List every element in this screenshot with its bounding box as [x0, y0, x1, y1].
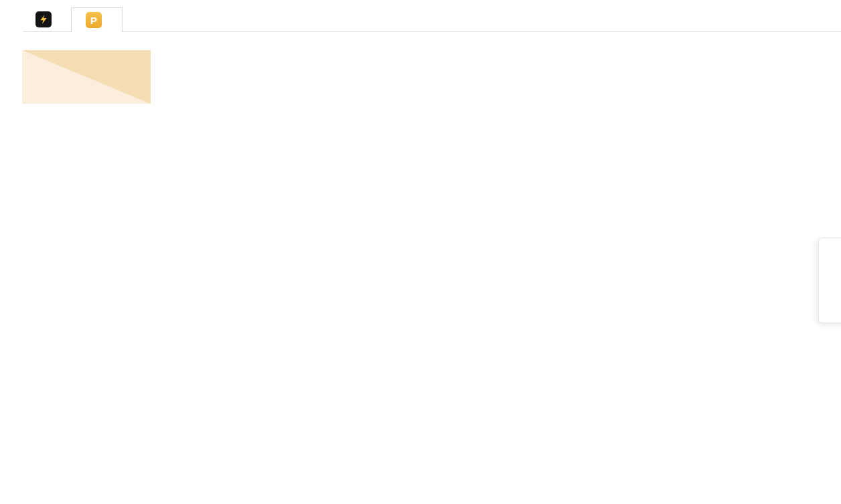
context-menu [818, 238, 841, 323]
platinum-member-p-icon: P [86, 12, 102, 28]
table-corner-cell [22, 50, 152, 104]
membership-tabs: P [23, 7, 841, 32]
super-member-lightning-icon [35, 11, 52, 27]
corner-diagonal [22, 50, 151, 104]
table-header-row [22, 50, 825, 104]
membership-privilege-page: P [0, 0, 841, 504]
tab-platinum-member[interactable]: P [71, 7, 123, 33]
tab-super-member[interactable] [23, 7, 71, 31]
